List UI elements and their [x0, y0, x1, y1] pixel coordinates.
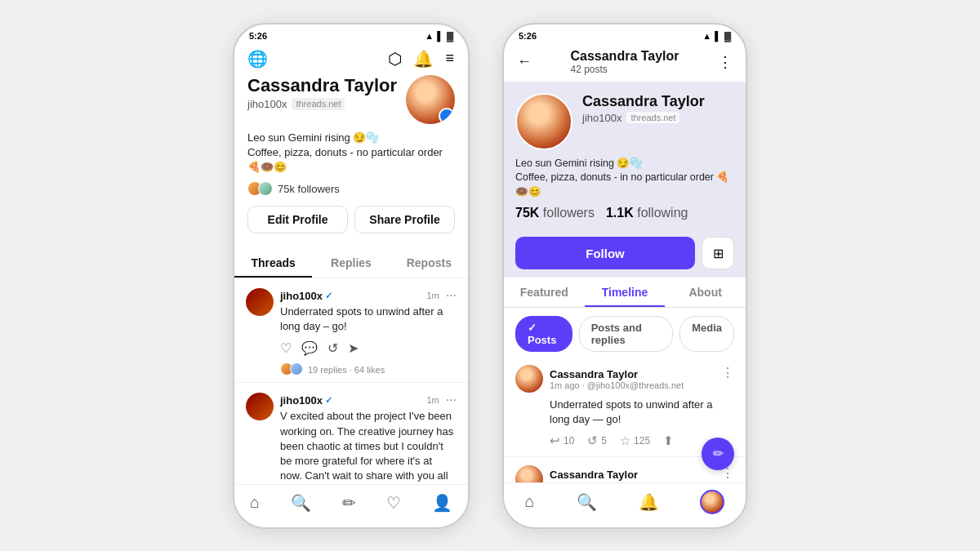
globe-icon[interactable]: 🌐: [247, 49, 268, 69]
right-reply-icon-1: ↩: [550, 433, 560, 448]
post-item-1: jiho100x ✓ 1m ··· Underrated spots to un…: [234, 278, 468, 383]
right-post-text-1: Underrated spots to unwind after a long …: [550, 398, 734, 427]
more-dots-2[interactable]: ···: [446, 393, 457, 407]
right-like-count-1: 125: [634, 435, 650, 447]
tab-replies[interactable]: Replies: [312, 248, 390, 278]
tabs-right: Featured Timeline About: [504, 278, 746, 308]
right-username: jiho100x: [582, 112, 621, 124]
threads-badge-left: threads.net: [292, 98, 345, 110]
reply-avatar-1b: [290, 362, 303, 375]
profile-username-left: jiho100x threads.net: [247, 98, 397, 110]
post-username-1: jiho100x: [280, 290, 323, 302]
right-username-row: jiho100x threads.net: [582, 112, 734, 124]
post-user-2: jiho100x ✓: [280, 394, 332, 407]
right-bio: Leo sun Gemini rising 😏🫧 Coffee, pizza, …: [515, 157, 734, 200]
avatar-face-left: [406, 75, 455, 124]
mini-avatar-2: [258, 181, 273, 196]
nav-bell-right[interactable]: 🔔: [639, 492, 659, 512]
right-profile-name: Cassandra Taylor: [582, 93, 734, 110]
tab-reposts[interactable]: Reposts: [390, 248, 468, 278]
more-dots-1[interactable]: ···: [446, 288, 457, 303]
right-repost-action-1[interactable]: ↺ 5: [587, 433, 607, 448]
right-profile-banner: Cassandra Taylor jiho100x threads.net Le…: [504, 82, 746, 229]
share-profile-button[interactable]: Share Profile: [354, 206, 455, 233]
subtab-posts[interactable]: ✓ Posts: [515, 316, 572, 352]
comment-icon-1[interactable]: 💬: [301, 340, 318, 356]
bottom-nav-left: ⌂ 🔍 ✏ ♡ 👤: [234, 484, 468, 527]
post-text-1: Underrated spots to unwind after a long …: [280, 304, 457, 334]
right-threads-badge: threads.net: [626, 112, 679, 123]
verified-1: ✓: [325, 291, 332, 301]
right-repost-icon-1: ↺: [587, 433, 598, 448]
profile-name-left: Cassandra Taylor: [247, 75, 397, 96]
time-left: 5:26: [249, 31, 267, 41]
post-username-2: jiho100x: [280, 394, 323, 407]
right-post-user-info-1: Cassandra Taylor 1m ago · @jiho100x@thre…: [550, 368, 684, 390]
reply-avatars-1: [280, 362, 303, 375]
status-bar-left: 5:26 ▲ ▌ ▓: [234, 24, 468, 44]
avatar-right: [515, 93, 572, 150]
battery-icon-left: ▓: [447, 31, 453, 41]
like-icon-1[interactable]: ♡: [280, 340, 292, 356]
nav-heart-left[interactable]: ♡: [386, 493, 401, 513]
right-bio-line2: Coffee, pizza, donuts - in no particular…: [515, 171, 734, 199]
post-actions-1: ♡ 💬 ↺ ➤: [280, 340, 457, 356]
time-right: 5:26: [519, 31, 537, 41]
left-profile-text: Cassandra Taylor jiho100x threads.net: [247, 75, 397, 110]
right-reply-action-1[interactable]: ↩ 10: [550, 433, 574, 448]
post-stats-1: 19 replies · 64 likes: [308, 365, 385, 375]
post-user-1: jiho100x ✓: [280, 290, 332, 302]
edit-fab[interactable]: ✏: [702, 438, 734, 470]
edit-profile-button[interactable]: Edit Profile: [247, 206, 348, 233]
battery-icon-right: ▓: [724, 31, 731, 41]
followers-row-left: 75k followers: [247, 181, 455, 196]
tab-featured[interactable]: Featured: [504, 278, 585, 307]
nav-avatar-right[interactable]: [700, 490, 724, 514]
post-time-2: 1m: [426, 395, 439, 405]
nav-home-left[interactable]: ⌂: [250, 493, 260, 512]
right-post-meta-1: 1m ago · @jiho100x@threads.net: [550, 380, 684, 390]
post-content-1: jiho100x ✓ 1m ··· Underrated spots to un…: [280, 288, 457, 375]
grid-button[interactable]: ⊞: [702, 237, 734, 269]
nav-profile-left[interactable]: 👤: [432, 493, 452, 513]
back-button[interactable]: ←: [517, 53, 532, 70]
more-dots-right[interactable]: ⋮: [718, 53, 733, 71]
right-header-name: Cassandra Taylor: [570, 49, 679, 64]
post-avatar-2: [246, 393, 274, 420]
right-profile-info: Cassandra Taylor jiho100x threads.net: [582, 93, 734, 124]
status-icons-right: ▲ ▌ ▓: [702, 31, 731, 41]
right-share-action-1[interactable]: ⬆: [663, 433, 674, 448]
right-post-username-1: Cassandra Taylor: [550, 368, 684, 380]
right-like-action-1[interactable]: ☆ 125: [620, 433, 650, 448]
menu-icon[interactable]: ≡: [445, 50, 455, 67]
status-bar-right: 5:26 ▲ ▌ ▓: [504, 24, 746, 44]
tab-about[interactable]: About: [665, 278, 746, 307]
right-more-1[interactable]: ⋮: [721, 365, 734, 380]
right-profile-top: Cassandra Taylor jiho100x threads.net: [515, 93, 734, 150]
verified-2: ✓: [325, 395, 332, 406]
nav-compose-left[interactable]: ✏: [342, 493, 356, 513]
subtab-media[interactable]: Media: [679, 316, 734, 352]
bell-icon-left[interactable]: 🔔: [413, 49, 434, 69]
username-left: jiho100x: [247, 98, 287, 110]
nav-search-right[interactable]: 🔍: [577, 492, 597, 512]
subtabs-right: ✓ Posts Posts and replies Media: [504, 308, 746, 357]
share-icon-1[interactable]: ➤: [348, 340, 359, 356]
left-profile-section: Cassandra Taylor jiho100x threads.net Le…: [234, 75, 468, 242]
left-profile-top: Cassandra Taylor jiho100x threads.net: [247, 75, 455, 124]
right-post-user-row-1: Cassandra Taylor 1m ago · @jiho100x@thre…: [515, 365, 684, 393]
bio-line1-left: Leo sun Gemini rising 😏🫧: [247, 131, 455, 145]
instagram-icon[interactable]: ⬡: [388, 49, 402, 69]
nav-search-left[interactable]: 🔍: [291, 493, 311, 513]
tab-threads[interactable]: Threads: [234, 248, 312, 278]
follow-button[interactable]: Follow: [515, 237, 695, 269]
right-bio-line1: Leo sun Gemini rising 😏🫧: [515, 157, 734, 171]
subtab-posts-replies[interactable]: Posts and replies: [579, 316, 673, 352]
tab-timeline[interactable]: Timeline: [585, 278, 666, 307]
follower-avatars-left: [247, 181, 273, 196]
nav-home-right[interactable]: ⌂: [524, 492, 534, 511]
right-followers-count: 75K followers: [515, 206, 595, 220]
repost-icon-1[interactable]: ↺: [327, 340, 338, 356]
wifi-icon-left: ▲: [425, 31, 434, 41]
bio-left: Leo sun Gemini rising 😏🫧 Coffee, pizza, …: [247, 131, 455, 176]
